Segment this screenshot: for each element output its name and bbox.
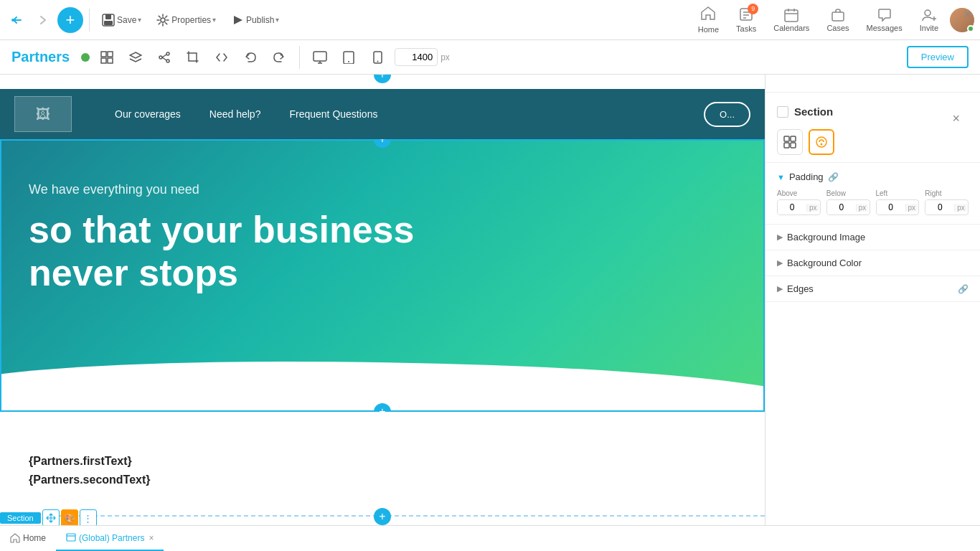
svg-rect-40 [67,534,75,541]
tab-global-partners[interactable]: (Global) Partners × [56,526,164,551]
add-button[interactable]: + [57,7,83,33]
save-icon [101,13,116,27]
back-icon[interactable] [6,9,29,32]
tablet-view-icon[interactable] [337,46,360,69]
panel-section-checkbox[interactable] [777,106,788,118]
header-nav: Our coverages Need help? Frequent Questi… [115,108,377,120]
first-text: {Partners.firstText} [29,455,736,468]
svg-rect-10 [785,10,798,22]
width-input-wrap: 1400 px [395,48,450,66]
panel-paint-icon-btn[interactable] [809,129,834,155]
nav-tasks[interactable]: 9 Tasks [730,4,762,36]
grid-view-icon[interactable] [95,46,118,69]
nav-cases[interactable]: Cases [821,5,854,35]
nav-item-coverages[interactable]: Our coverages [115,108,181,120]
padding-section-header[interactable]: ▼ Padding 🔗 [777,171,969,182]
code-icon[interactable] [210,46,233,69]
home-tab-icon [10,533,20,543]
properties-action[interactable]: Properties ▾ [150,10,222,30]
svg-point-23 [166,52,169,55]
hero-top-add-button[interactable]: + [374,139,391,148]
padding-below-input[interactable] [827,200,856,215]
svg-rect-37 [791,143,796,148]
home-label: Home [698,25,719,34]
hero-bottom-add-button[interactable]: + [374,403,391,412]
close-x[interactable]: × [952,111,960,126]
properties-label: Properties [171,15,211,25]
section-move-tool[interactable] [42,509,60,525]
panel-layout-icon-btn[interactable] [777,129,803,155]
bg-color-chevron: ▶ [777,258,783,268]
nav-invite[interactable]: Invite [914,5,944,35]
home-tab-label: Home [23,533,46,543]
preview-button[interactable]: Preview [907,46,969,68]
section-badge[interactable]: Section [0,512,41,524]
nav-item-faq[interactable]: Frequent Questions [289,108,377,120]
nav-item-help[interactable]: Need help? [209,108,261,120]
publish-dropdown-icon[interactable]: ▾ [275,16,279,24]
nav-calendars[interactable]: Calendars [768,5,815,35]
tab-home[interactable]: Home [0,526,56,551]
header-cta-button[interactable]: O... [704,102,750,127]
padding-label: Padding [789,171,824,182]
section-add-button[interactable]: + [374,508,391,525]
panel-title-label: Section [794,105,833,118]
svg-rect-19 [108,52,113,57]
width-input[interactable]: 1400 [395,48,438,66]
padding-above-unit: px [806,204,819,212]
section-more-tool[interactable]: ⋮ [80,509,97,525]
save-action[interactable]: Save ▾ [95,10,147,30]
padding-grid: Above px Below px Left [777,189,969,215]
top-add-row: + [0,75,765,89]
publish-icon [230,13,245,27]
mobile-view-icon[interactable] [366,46,389,69]
home-icon [700,6,716,24]
layers-icon[interactable] [124,46,147,69]
publish-action[interactable]: Publish ▾ [225,10,285,30]
edges-link-icon: 🔗 [958,284,969,294]
nav-divider-1 [89,9,90,32]
top-add-button[interactable]: + [374,75,391,83]
svg-rect-20 [101,58,106,63]
svg-line-25 [162,55,166,57]
svg-rect-35 [791,136,796,141]
crop-icon[interactable] [182,46,204,69]
publish-label: Publish [246,15,274,25]
padding-right-input[interactable] [925,200,954,215]
svg-point-38 [816,137,826,147]
forward-icon[interactable] [32,9,55,32]
bottom-bar: Home (Global) Partners × [0,525,980,551]
padding-left-label: Left [876,189,920,197]
undo-icon[interactable] [239,46,262,69]
panel-background-image-row[interactable]: ▶ Background Image [765,225,980,250]
desktop-view-icon[interactable] [308,46,331,69]
connections-icon[interactable] [153,46,176,69]
svg-rect-3 [104,21,113,25]
padding-left-input[interactable] [877,200,905,215]
redo-icon[interactable] [268,46,291,69]
cases-label: Cases [826,24,849,32]
canvas-area[interactable]: + 🖼 Our coverages Need help? Frequent Qu… [0,75,765,525]
panel-padding-section: ▼ Padding 🔗 Above px Below px [765,163,980,225]
padding-right-field: Right px [925,189,969,215]
global-partners-close[interactable]: × [149,533,154,543]
panel-background-color-row[interactable]: ▶ Background Color [765,250,980,276]
nav-messages[interactable]: Messages [861,5,908,35]
save-dropdown-icon[interactable]: ▾ [138,16,141,24]
main-layout: + 🖼 Our coverages Need help? Frequent Qu… [0,75,980,525]
hero-section[interactable]: + We have everything you need so that yo… [0,139,765,412]
nav-home[interactable]: Home [692,3,725,37]
properties-dropdown-icon[interactable]: ▾ [212,16,216,24]
section-paint-tool[interactable]: 🎨 [61,509,78,525]
svg-point-15 [925,10,930,16]
content-section: {Partners.firstText} {Partners.secondTex… [0,412,765,515]
save-label: Save [117,15,136,25]
canvas-inner: + 🖼 Our coverages Need help? Frequent Qu… [0,75,765,525]
section-divider: + [0,515,765,525]
svg-point-22 [159,56,162,59]
padding-below-input-wrap: px [826,199,870,215]
padding-above-input[interactable] [778,200,806,215]
padding-above-input-wrap: px [777,199,821,215]
top-nav-left: + [6,7,83,33]
panel-edges-row[interactable]: ▶ Edges 🔗 [765,276,980,302]
